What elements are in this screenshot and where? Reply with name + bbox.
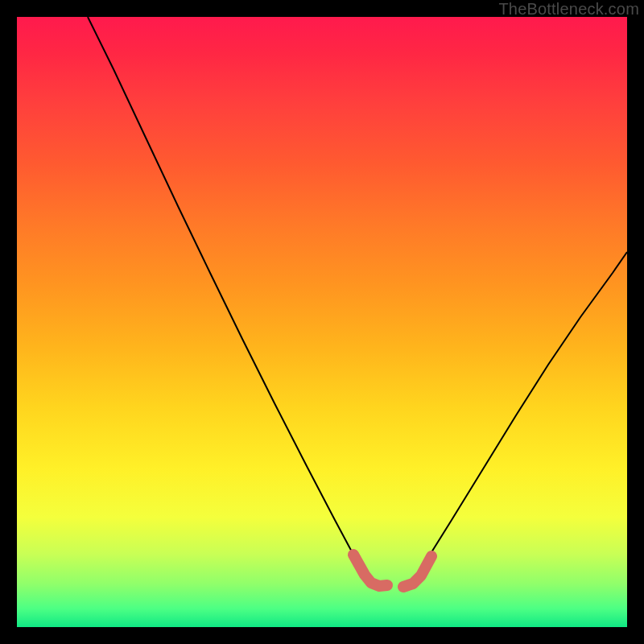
curve-left (88, 17, 363, 572)
chart-svg (17, 17, 627, 627)
curve-right-tip (403, 556, 431, 587)
watermark-text: TheBottleneck.com (498, 0, 639, 19)
curve-right (419, 252, 627, 572)
root-container: TheBottleneck.com (0, 0, 644, 644)
chart-frame (17, 17, 627, 627)
curve-left-tip (353, 555, 387, 586)
